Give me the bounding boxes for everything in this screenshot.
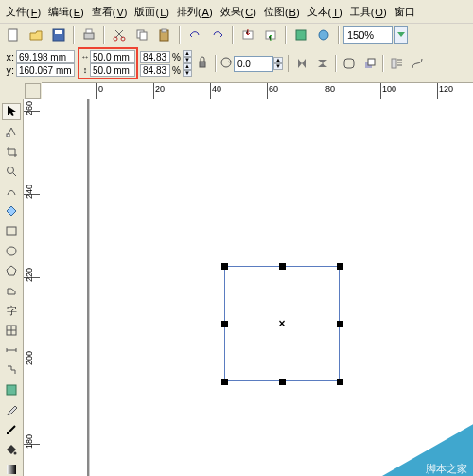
selection-handle[interactable]: [221, 321, 228, 327]
cut-button[interactable]: [109, 26, 130, 44]
scale-x-input[interactable]: [140, 51, 170, 63]
canvas[interactable]: × 脚本之家jiaocheng.chazidian.com: [40, 99, 473, 476]
paste-button[interactable]: [154, 26, 175, 44]
property-bar: x: y: ↔ ↕ %▲▼ %▲▼ ▲▼: [0, 46, 473, 82]
polygon-tool[interactable]: [2, 262, 21, 279]
svg-rect-10: [162, 29, 166, 32]
zoom-input[interactable]: [343, 26, 393, 44]
menu-bitmap[interactable]: 位图(B): [260, 3, 304, 21]
svg-rect-8: [140, 32, 147, 40]
pick-tool[interactable]: [2, 103, 21, 120]
convert-curves-button[interactable]: [407, 54, 428, 73]
dimension-tool[interactable]: [2, 342, 21, 359]
page-edge: [87, 99, 89, 476]
selection-handle[interactable]: [337, 263, 343, 270]
scale-group: %▲▼ %▲▼: [140, 50, 192, 77]
corel-online-button[interactable]: [313, 26, 334, 44]
rectangle-tool[interactable]: [2, 222, 21, 239]
svg-rect-37: [7, 465, 16, 474]
ruler-vertical[interactable]: 260240220200180: [23, 99, 40, 476]
svg-rect-0: [9, 29, 17, 41]
freehand-tool[interactable]: [2, 183, 21, 200]
text-tool[interactable]: 字: [2, 302, 21, 319]
outline-tool[interactable]: [2, 421, 21, 438]
position-group: x: y:: [3, 50, 75, 77]
mirror-v-button[interactable]: [312, 54, 333, 73]
basic-shapes-tool[interactable]: [2, 282, 21, 299]
crop-tool[interactable]: [2, 143, 21, 160]
lock-ratio-button[interactable]: [194, 50, 211, 77]
selection-handle[interactable]: [221, 263, 228, 270]
svg-rect-19: [368, 59, 375, 65]
svg-rect-13: [296, 30, 306, 40]
rotation-input[interactable]: [234, 56, 273, 72]
svg-rect-20: [392, 59, 396, 68]
interactive-fill-tool[interactable]: [2, 461, 21, 476]
import-button[interactable]: [237, 26, 258, 44]
redo-button[interactable]: [207, 26, 228, 44]
app-launcher-button[interactable]: [290, 26, 311, 44]
ruler-origin[interactable]: [25, 83, 41, 99]
rotation-spinner[interactable]: ▲▼: [273, 57, 283, 70]
corner-rounding-button[interactable]: [339, 54, 359, 73]
selection-handle[interactable]: [221, 379, 228, 385]
table-tool[interactable]: [2, 322, 21, 339]
scale-x-spinner[interactable]: ▲▼: [183, 50, 192, 63]
ellipse-tool[interactable]: [2, 242, 21, 259]
fill-tool[interactable]: [2, 441, 21, 458]
x-label: x:: [3, 51, 16, 62]
open-button[interactable]: [26, 26, 46, 44]
rotation-icon: [219, 55, 234, 72]
selection-handle[interactable]: [279, 379, 286, 385]
svg-line-26: [13, 173, 16, 176]
menu-edit[interactable]: 编辑(E): [44, 3, 88, 21]
selected-object[interactable]: ×: [224, 266, 340, 381]
selection-handle[interactable]: [337, 379, 343, 385]
scale-y-input[interactable]: [140, 64, 170, 77]
svg-rect-34: [7, 385, 16, 395]
menu-arrange[interactable]: 排列(A): [173, 3, 217, 21]
new-button[interactable]: [3, 26, 24, 44]
menu-file[interactable]: 文件(F): [2, 3, 44, 21]
zoom-tool[interactable]: [2, 163, 21, 180]
wrap-text-button[interactable]: [386, 54, 407, 73]
width-icon: ↔: [80, 51, 90, 62]
eyedropper-tool[interactable]: [2, 401, 21, 418]
y-input[interactable]: [16, 63, 75, 77]
zoom-combo[interactable]: [343, 26, 408, 44]
menu-layout[interactable]: 版面(L): [131, 3, 172, 21]
height-input[interactable]: [90, 63, 135, 77]
svg-rect-3: [84, 33, 94, 39]
copy-button[interactable]: [131, 26, 152, 44]
menubar: 文件(F) 编辑(E) 查看(V) 版面(L) 排列(A) 效果(C) 位图(B…: [0, 0, 473, 24]
menu-text[interactable]: 文本(T): [304, 3, 346, 21]
x-input[interactable]: [16, 50, 75, 63]
smart-fill-tool[interactable]: [2, 203, 21, 220]
toolbox: 字: [0, 99, 23, 476]
to-front-button[interactable]: [359, 54, 380, 73]
mirror-h-button[interactable]: [291, 54, 312, 73]
zoom-dropdown[interactable]: [394, 26, 408, 44]
selection-handle[interactable]: [337, 321, 343, 327]
menu-tools[interactable]: 工具(O): [346, 3, 391, 21]
svg-rect-17: [344, 59, 354, 68]
object-center-marker: ×: [278, 317, 285, 330]
menu-effects[interactable]: 效果(C): [217, 3, 260, 21]
svg-rect-24: [7, 134, 9, 137]
svg-point-14: [319, 30, 328, 40]
ruler-horizontal[interactable]: 020406080100120: [42, 82, 473, 99]
save-button[interactable]: [48, 26, 69, 44]
connector-tool[interactable]: [2, 361, 21, 379]
menu-window[interactable]: 窗口: [391, 3, 419, 21]
width-input[interactable]: [90, 50, 135, 63]
svg-rect-4: [86, 29, 92, 33]
interactive-tool[interactable]: [2, 381, 21, 398]
selection-handle[interactable]: [279, 263, 286, 270]
export-button[interactable]: [260, 26, 281, 44]
undo-button[interactable]: [184, 26, 205, 44]
svg-rect-15: [200, 62, 205, 67]
scale-y-spinner[interactable]: ▲▼: [183, 63, 192, 77]
shape-tool[interactable]: [2, 123, 21, 140]
print-button[interactable]: [79, 26, 99, 44]
menu-view[interactable]: 查看(V): [88, 3, 131, 21]
